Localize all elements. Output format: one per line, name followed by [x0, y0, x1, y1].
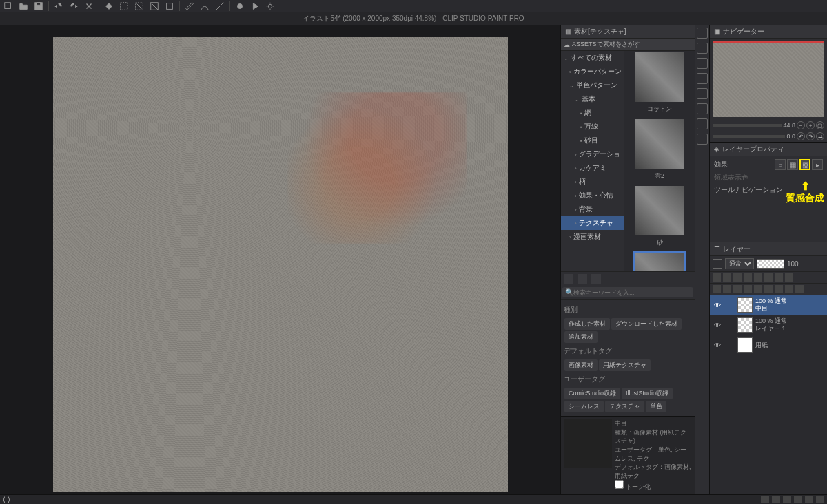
tag-button[interactable]: シームレス — [564, 401, 604, 412]
visibility-icon[interactable]: 👁 — [713, 300, 722, 310]
layer-tool-icon[interactable] — [764, 285, 773, 293]
panel-icon[interactable] — [697, 43, 708, 54]
layer-color-icon[interactable] — [713, 259, 722, 269]
invert-icon[interactable] — [149, 1, 160, 12]
layer-tab[interactable]: ☰ レイヤー — [710, 242, 827, 256]
tool-icon[interactable] — [591, 274, 601, 284]
tree-item[interactable]: ⌄すべての素材 — [561, 51, 624, 65]
panel-icon[interactable] — [697, 73, 708, 84]
effect-tone-icon[interactable]: ▦ — [787, 159, 798, 170]
rotation-slider[interactable] — [713, 135, 785, 138]
material-thumbnail[interactable] — [635, 253, 684, 271]
tag-button[interactable]: ダウンロードした素材 — [611, 318, 682, 330]
layer-tool-icon[interactable] — [733, 273, 742, 282]
tool-icon[interactable] — [578, 274, 587, 284]
canvas-area[interactable] — [0, 25, 560, 494]
tree-item[interactable]: ›グラデーショ — [561, 147, 624, 161]
layer-tool-icon[interactable] — [785, 273, 793, 282]
blend-mode-select[interactable]: 通常 — [725, 258, 754, 269]
ruler-icon[interactable] — [184, 1, 195, 12]
tree-item[interactable]: ▪網 — [561, 106, 624, 120]
record-icon[interactable] — [234, 1, 245, 12]
layer-tool-icon[interactable] — [754, 285, 762, 293]
tag-button[interactable]: 単色 — [646, 401, 666, 412]
panel-icon[interactable] — [697, 58, 708, 69]
effect-more-icon[interactable]: ▸ — [812, 159, 823, 170]
layer-tool-icon[interactable] — [785, 285, 793, 293]
tool-icon[interactable] — [564, 274, 573, 284]
save-icon[interactable] — [33, 1, 44, 12]
tree-item[interactable]: ▪万線 — [561, 120, 624, 134]
tag-button[interactable]: 用紙テクスチャ — [599, 359, 651, 371]
select-all-icon[interactable] — [119, 1, 130, 12]
layer-row[interactable]: 👁用紙 — [710, 335, 827, 355]
layer-tool-icon[interactable] — [723, 285, 731, 293]
layer-tool-icon[interactable] — [775, 285, 783, 293]
status-icon[interactable] — [794, 496, 802, 503]
material-panel-tab[interactable]: ▦ 素材[テクスチャ] — [561, 25, 695, 39]
tag-button[interactable]: IllustStudio収録 — [622, 388, 673, 399]
tree-item[interactable]: ›テクスチャ — [561, 216, 624, 230]
play-icon[interactable] — [249, 1, 261, 12]
status-icon[interactable] — [761, 496, 769, 503]
material-search[interactable]: 🔍 — [562, 287, 693, 297]
status-icon[interactable] — [783, 496, 791, 503]
settings-icon[interactable] — [265, 1, 276, 12]
tag-button[interactable]: テクスチャ — [605, 401, 644, 412]
delete-icon[interactable] — [83, 1, 94, 12]
status-icon[interactable] — [772, 496, 780, 503]
rotate-left-button[interactable]: ↶ — [797, 132, 805, 140]
layer-tool-icon[interactable] — [754, 273, 762, 282]
assets-search-button[interactable]: ☁ ASSETSで素材をさがす — [561, 39, 695, 51]
panel-icon[interactable] — [697, 118, 708, 129]
visibility-icon[interactable]: 👁 — [713, 340, 722, 350]
material-thumbnail[interactable] — [635, 119, 684, 169]
layer-tool-icon[interactable] — [744, 273, 752, 282]
zoom-out-button[interactable]: − — [797, 121, 805, 129]
tree-item[interactable]: ›漫画素材 — [561, 230, 624, 244]
material-thumbnail[interactable] — [635, 52, 684, 102]
flip-button[interactable]: ⇄ — [816, 132, 824, 140]
edit-icon[interactable] — [725, 320, 735, 330]
fit-button[interactable]: ▢ — [816, 121, 824, 129]
visibility-icon[interactable]: 👁 — [713, 320, 722, 330]
material-thumbnail[interactable] — [635, 186, 684, 235]
tree-item[interactable]: ▪砂目 — [561, 134, 624, 147]
tree-item[interactable]: ⌄単色パターン — [561, 78, 624, 92]
tag-button[interactable]: 画像素材 — [564, 359, 598, 371]
tag-button[interactable]: 作成した素材 — [564, 318, 610, 330]
panel-icon[interactable] — [697, 28, 708, 39]
layer-tool-icon[interactable] — [775, 273, 783, 282]
layer-row[interactable]: 👁100 % 通常中目 — [710, 295, 827, 315]
tag-button[interactable]: ComicStudio収録 — [564, 388, 620, 399]
panel-icon[interactable] — [697, 88, 708, 99]
search-input[interactable] — [573, 289, 691, 296]
panel-icon[interactable] — [697, 134, 708, 145]
deselect-icon[interactable] — [134, 1, 145, 12]
canvas[interactable] — [53, 37, 508, 492]
edit-icon[interactable] — [725, 340, 735, 350]
effect-border-icon[interactable]: ○ — [775, 159, 786, 170]
layer-tool-icon[interactable] — [795, 285, 804, 293]
panel-icon[interactable] — [697, 103, 708, 114]
curve-icon[interactable] — [199, 1, 210, 12]
tree-item[interactable]: ›カラーパターン — [561, 65, 624, 78]
status-icon[interactable] — [805, 496, 813, 503]
crop-icon[interactable] — [164, 1, 175, 12]
zoom-in-button[interactable]: + — [806, 121, 815, 129]
layer-tool-icon[interactable] — [733, 285, 742, 293]
tree-item[interactable]: ›背景 — [561, 202, 624, 216]
layer-tool-icon[interactable] — [744, 285, 752, 293]
layer-property-tab[interactable]: ◈ レイヤープロパティ — [710, 143, 827, 156]
open-icon[interactable] — [18, 1, 29, 12]
tree-item[interactable]: ⌄基本 — [561, 92, 624, 106]
redo-icon[interactable] — [68, 1, 79, 12]
tree-item[interactable]: ›カケアミ — [561, 161, 624, 175]
layer-tool-icon[interactable] — [764, 273, 773, 282]
tone-checkbox[interactable] — [615, 480, 624, 489]
select-tool-icon[interactable] — [3, 1, 14, 12]
rotate-right-button[interactable]: ↷ — [806, 132, 815, 140]
navigator-preview[interactable] — [713, 41, 824, 117]
tree-item[interactable]: ›柄 — [561, 175, 624, 189]
navigator-tab[interactable]: ▣ ナビゲーター — [710, 25, 827, 39]
